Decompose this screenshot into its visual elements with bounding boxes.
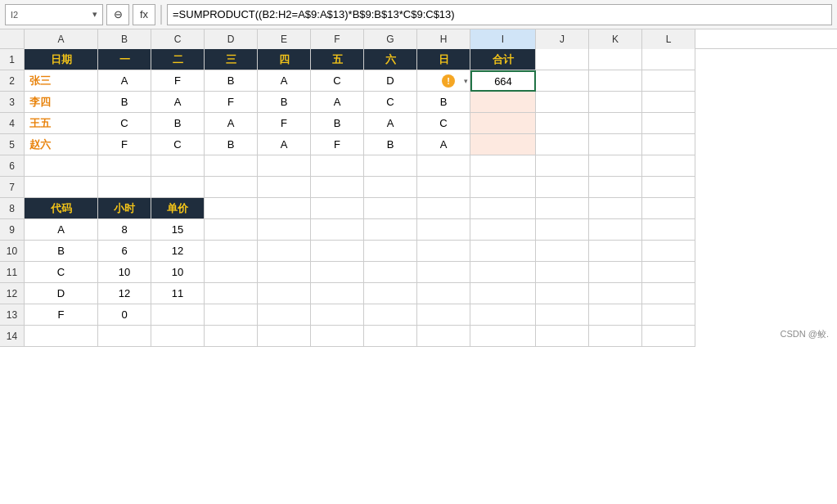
cell-K7[interactable]	[589, 177, 642, 198]
cell-E5[interactable]: A	[258, 134, 311, 155]
col-header-B[interactable]: B	[98, 29, 151, 49]
cell-C4[interactable]: B	[151, 113, 205, 134]
cell-B8[interactable]: 小时	[98, 198, 151, 219]
cell-F4[interactable]: B	[311, 113, 364, 134]
cell-H3[interactable]: B	[417, 92, 470, 113]
cell-F7[interactable]	[311, 177, 364, 198]
cell-D13[interactable]	[205, 304, 258, 326]
cell-H9[interactable]	[417, 219, 470, 241]
cell-B11[interactable]: 10	[98, 262, 151, 283]
cell-C6[interactable]	[151, 155, 205, 177]
cell-I6[interactable]	[470, 155, 536, 177]
cell-H14[interactable]	[417, 326, 470, 347]
cell-E1[interactable]: 四	[258, 49, 311, 70]
cell-G1[interactable]: 六	[364, 49, 417, 70]
cell-J3[interactable]	[536, 92, 589, 113]
cell-I5[interactable]	[470, 134, 536, 155]
cell-D2[interactable]: B	[205, 70, 258, 92]
cell-G3[interactable]: C	[364, 92, 417, 113]
cell-B13[interactable]: 0	[98, 304, 151, 326]
cell-K2[interactable]	[589, 70, 642, 92]
cell-L2[interactable]	[642, 70, 695, 92]
cell-I8[interactable]	[470, 198, 536, 219]
col-header-L[interactable]: L	[642, 29, 695, 49]
cell-E7[interactable]	[258, 177, 311, 198]
row-header-7[interactable]: 7	[0, 177, 25, 198]
cell-G13[interactable]	[364, 304, 417, 326]
cell-C7[interactable]	[151, 177, 205, 198]
cell-H7[interactable]	[417, 177, 470, 198]
row-header-8[interactable]: 8	[0, 198, 25, 219]
cell-L9[interactable]	[642, 219, 695, 241]
cell-K8[interactable]	[589, 198, 642, 219]
cell-L4[interactable]	[642, 113, 695, 134]
cell-I14[interactable]	[470, 326, 536, 347]
cell-D7[interactable]	[205, 177, 258, 198]
row-header-13[interactable]: 13	[0, 304, 25, 326]
cell-J1[interactable]	[536, 49, 589, 70]
cell-L1[interactable]	[642, 49, 695, 70]
cell-I7[interactable]	[470, 177, 536, 198]
zoom-btn[interactable]: ⊖	[106, 4, 129, 25]
cell-K5[interactable]	[589, 134, 642, 155]
cell-I2[interactable]: 664	[470, 70, 536, 92]
cell-F10[interactable]	[311, 241, 364, 262]
cell-L10[interactable]	[642, 241, 695, 262]
col-header-E[interactable]: E	[258, 29, 311, 49]
cell-J11[interactable]	[536, 262, 589, 283]
cell-B5[interactable]: F	[98, 134, 151, 155]
cell-F14[interactable]	[311, 326, 364, 347]
cell-H12[interactable]	[417, 283, 470, 304]
cell-K3[interactable]	[589, 92, 642, 113]
cell-L11[interactable]	[642, 262, 695, 283]
cell-J2[interactable]	[536, 70, 589, 92]
cell-F1[interactable]: 五	[311, 49, 364, 70]
cell-G4[interactable]: A	[364, 113, 417, 134]
cell-H10[interactable]	[417, 241, 470, 262]
cell-K10[interactable]	[589, 241, 642, 262]
cell-J6[interactable]	[536, 155, 589, 177]
cell-L7[interactable]	[642, 177, 695, 198]
cell-A14[interactable]	[25, 326, 98, 347]
cell-A11[interactable]: C	[25, 262, 98, 283]
cell-B6[interactable]	[98, 155, 151, 177]
cell-H1[interactable]: 日	[417, 49, 470, 70]
cell-B2[interactable]: A	[98, 70, 151, 92]
cell-J9[interactable]	[536, 219, 589, 241]
cell-I10[interactable]	[470, 241, 536, 262]
row-header-12[interactable]: 12	[0, 283, 25, 304]
cell-I13[interactable]	[470, 304, 536, 326]
cell-I11[interactable]	[470, 262, 536, 283]
cell-C8[interactable]: 单价	[151, 198, 205, 219]
cell-C9[interactable]: 15	[151, 219, 205, 241]
cell-G6[interactable]	[364, 155, 417, 177]
cell-K13[interactable]	[589, 304, 642, 326]
cell-J5[interactable]	[536, 134, 589, 155]
cell-E9[interactable]	[258, 219, 311, 241]
cell-C1[interactable]: 二	[151, 49, 205, 70]
fx-btn[interactable]: fx	[133, 4, 155, 25]
cell-C12[interactable]: 11	[151, 283, 205, 304]
col-header-A[interactable]: A	[25, 29, 98, 49]
cell-D11[interactable]	[205, 262, 258, 283]
cell-J12[interactable]	[536, 283, 589, 304]
cell-C13[interactable]	[151, 304, 205, 326]
cell-E2[interactable]: A	[258, 70, 311, 92]
cell-D1[interactable]: 三	[205, 49, 258, 70]
cell-K1[interactable]	[589, 49, 642, 70]
cell-G14[interactable]	[364, 326, 417, 347]
cell-A2[interactable]: 张三	[25, 70, 98, 92]
formula-input[interactable]	[167, 4, 832, 25]
cell-B14[interactable]	[98, 326, 151, 347]
cell-G12[interactable]	[364, 283, 417, 304]
cell-K6[interactable]	[589, 155, 642, 177]
cell-H2[interactable]: ! ▾	[417, 70, 470, 92]
cell-G11[interactable]	[364, 262, 417, 283]
cell-F8[interactable]	[311, 198, 364, 219]
col-header-H[interactable]: H	[417, 29, 470, 49]
cell-G9[interactable]	[364, 219, 417, 241]
cell-F9[interactable]	[311, 219, 364, 241]
cell-A7[interactable]	[25, 177, 98, 198]
row-header-4[interactable]: 4	[0, 113, 25, 134]
row-header-3[interactable]: 3	[0, 92, 25, 113]
